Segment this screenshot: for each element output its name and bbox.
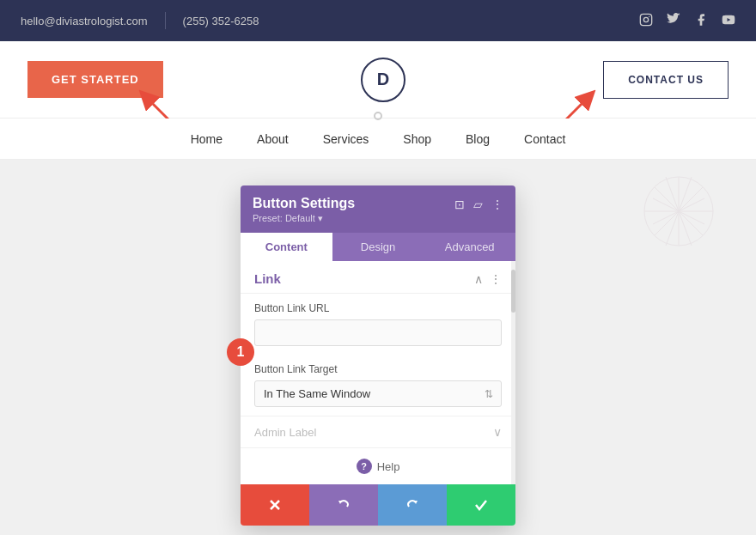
panel-body: Link ∧ ⋮ Button Link URL Button Link Tar… [241, 261, 515, 484]
instagram-icon[interactable] [639, 13, 653, 29]
top-bar: hello@diviastrologist.com (255) 352-6258 [0, 0, 756, 41]
url-label: Button Link URL [254, 302, 502, 314]
facebook-icon[interactable] [694, 13, 708, 29]
url-input[interactable] [254, 319, 502, 346]
phone: (255) 352-6258 [183, 15, 259, 27]
panel-title: Button Settings [253, 196, 355, 211]
undo-button[interactable] [309, 484, 378, 526]
email: hello@diviastrologist.com [21, 15, 148, 27]
sidebar-icon[interactable]: ▱ [473, 198, 483, 211]
svg-point-2 [649, 15, 649, 16]
fullscreen-icon[interactable]: ⊡ [454, 198, 465, 211]
target-field-group: Button Link Target In The Same Window In… [241, 355, 515, 416]
main-area: 1 Button Settings Preset: Default ▾ ⊡ ▱ … [0, 160, 756, 535]
cancel-icon [268, 498, 282, 512]
divider-1 [165, 12, 166, 29]
nav-dot [374, 112, 382, 120]
scrollbar-thumb[interactable] [511, 270, 515, 313]
link-section-header: Link ∧ ⋮ [241, 261, 515, 294]
button-settings-panel: Button Settings Preset: Default ▾ ⊡ ▱ ⋮ … [241, 185, 515, 526]
cancel-button[interactable] [241, 484, 309, 526]
tab-advanced[interactable]: Advanced [424, 233, 515, 261]
contact-us-button[interactable]: CONTACT US [603, 61, 729, 99]
panel-title-group: Button Settings Preset: Default ▾ [253, 196, 355, 224]
help-section: ? Help [241, 447, 515, 484]
nav-contact[interactable]: Contact [524, 132, 565, 146]
social-icons [639, 13, 735, 29]
help-icon: ? [357, 459, 372, 474]
panel-header: Button Settings Preset: Default ▾ ⊡ ▱ ⋮ [241, 185, 515, 233]
admin-label-chevron-icon[interactable]: ∨ [493, 425, 502, 439]
tab-content[interactable]: Content [241, 233, 332, 261]
redo-button[interactable] [378, 484, 447, 526]
panel-wrapper: 1 Button Settings Preset: Default ▾ ⊡ ▱ … [241, 185, 515, 518]
nav-blog[interactable]: Blog [466, 132, 490, 146]
url-field-group: Button Link URL [241, 294, 515, 355]
panel-header-icons: ⊡ ▱ ⋮ [454, 198, 503, 211]
admin-label-section: Admin Label ∨ [241, 416, 515, 447]
twitter-icon[interactable] [667, 13, 680, 29]
collapse-icon[interactable]: ∧ [474, 272, 483, 286]
nav-shop[interactable]: Shop [403, 132, 431, 146]
svg-point-1 [643, 17, 648, 21]
svg-rect-0 [640, 14, 651, 25]
panel-tabs: Content Design Advanced [241, 233, 515, 261]
link-section-title: Link [254, 271, 281, 286]
save-button[interactable] [447, 484, 515, 526]
help-text[interactable]: Help [377, 460, 400, 473]
tab-design[interactable]: Design [332, 233, 424, 261]
decorative-star [636, 168, 722, 254]
admin-label-text: Admin Label [254, 426, 316, 439]
target-select[interactable]: In The Same Window In New Window [254, 380, 502, 407]
nav-home[interactable]: Home [191, 132, 223, 146]
youtube-icon[interactable] [722, 13, 735, 29]
nav-services[interactable]: Services [323, 132, 369, 146]
logo: D [361, 58, 405, 102]
scrollbar-track [511, 261, 515, 484]
undo-icon [337, 498, 351, 512]
redo-icon [405, 498, 419, 512]
save-checkmark-icon [474, 498, 488, 512]
target-label: Button Link Target [254, 363, 502, 375]
header: GET STARTED D CONTACT US [0, 41, 756, 119]
more-icon[interactable]: ⋮ [491, 198, 503, 211]
panel-preset[interactable]: Preset: Default ▾ [253, 213, 355, 224]
top-bar-left: hello@diviastrologist.com (255) 352-6258 [21, 12, 259, 29]
navigation: Home About Services Shop Blog Contact [0, 119, 756, 160]
step-badge: 1 [227, 338, 254, 366]
nav-about[interactable]: About [257, 132, 289, 146]
target-select-wrapper: In The Same Window In New Window ⇅ [254, 380, 502, 407]
section-more-icon[interactable]: ⋮ [490, 272, 502, 286]
section-header-icons: ∧ ⋮ [474, 272, 502, 286]
panel-footer [241, 484, 515, 526]
